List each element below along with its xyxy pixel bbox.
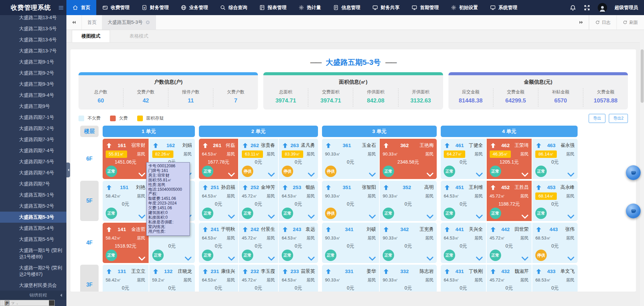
nav-item-8[interactable]: 财务共享: [366, 0, 406, 15]
chevron-down-icon[interactable]: [521, 256, 529, 261]
chevron-down-icon[interactable]: [228, 256, 235, 261]
chevron-down-icon[interactable]: [521, 172, 529, 177]
sidebar-item-7[interactable]: 大盛路三期9-4号: [0, 90, 66, 101]
chevron-down-icon[interactable]: [567, 256, 575, 261]
scrollbar-thumb[interactable]: [641, 49, 644, 103]
sidebar-item-20[interactable]: 大盛路五期5-5号: [0, 234, 66, 245]
chevron-down-icon[interactable]: [138, 256, 146, 261]
chevron-down-icon[interactable]: [308, 214, 315, 219]
unit-cell[interactable]: 252金坤芳45.72㎡居民0元正常: [239, 181, 278, 221]
sidebar-item-6[interactable]: 大盛路三期9-3号: [0, 79, 66, 90]
chevron-down-icon[interactable]: [184, 256, 192, 261]
sidebar-item-21[interactable]: 大盛路一期1号 (荣利达1号楼89): [0, 245, 66, 262]
unit-cell[interactable]: 332陈志岩90.33㎡居民0元: [380, 265, 437, 292]
ime-panel-icon[interactable]: [49, 300, 54, 306]
sidebar-item-5[interactable]: 大盛路三期9-2号: [0, 68, 66, 79]
scrollbar-track[interactable]: [640, 30, 644, 306]
chevron-down-icon[interactable]: [521, 214, 529, 219]
chevron-down-icon[interactable]: [567, 172, 575, 177]
avatar[interactable]: [598, 3, 607, 12]
sidebar-item-14[interactable]: 大盛路四期7-6号: [0, 167, 66, 178]
unit-cell[interactable]: 451王利维64.53㎡居民0元正常: [441, 181, 486, 221]
unit-cell[interactable]: 242付景生45.72㎡居民0元正常: [239, 223, 278, 263]
unit-cell[interactable]: 452王胜昌45.72㎡居民1188.72元正常: [487, 181, 532, 221]
nav-item-4[interactable]: 综合查询: [214, 0, 253, 15]
nav-item-11[interactable]: 系统管理: [484, 0, 523, 15]
sidebar-footer[interactable]: 锦绣前程: [0, 291, 66, 300]
bell-icon[interactable]: [570, 4, 576, 11]
sidebar-item-0[interactable]: 大盛路二期13-4号: [0, 15, 66, 23]
unit-cell[interactable]: 131王立立58.42㎡居民0元: [103, 265, 149, 292]
sidebar-collapse-handle[interactable]: [66, 163, 70, 177]
close-icon[interactable]: [145, 20, 150, 25]
unit-cell[interactable]: 463崔永强86.14㎡居民0元正常: [532, 139, 578, 179]
sidebar-item-15[interactable]: 大盛路四期7号: [0, 178, 66, 189]
unit-cell[interactable]: 231康佳兴64.53㎡居民0元: [199, 265, 238, 292]
sidebar-item-10[interactable]: 大盛路四期7-2号: [0, 123, 66, 134]
export-button-1[interactable]: 导出2: [609, 114, 628, 123]
sidebar-item-23[interactable]: 大溆堡村民委员会: [0, 280, 66, 291]
nav-item-3[interactable]: 业务管理: [175, 0, 214, 15]
unit-cell[interactable]: 433单文飞68.53㎡居民0元: [532, 265, 578, 292]
nav-item-2[interactable]: ¥财务管理: [136, 0, 175, 15]
unit-cell[interactable]: 331姜华90.33㎡居民0元: [322, 265, 379, 292]
unit-cell[interactable]: 251孙启福64.53㎡居民0元正常: [199, 181, 238, 221]
unit-cell[interactable]: 151刘艳58.42㎡居民0元正常: [103, 181, 149, 221]
chevron-down-icon[interactable]: [476, 256, 483, 261]
unit-cell[interactable]: 261何磊64.53㎡居民1677.78元正常: [199, 139, 238, 179]
chevron-down-icon[interactable]: [228, 214, 235, 219]
unit-cell[interactable]: 352高明90.33㎡居民0元正常: [380, 181, 437, 221]
tabs-scroll-left-icon[interactable]: [66, 15, 82, 30]
chevron-down-icon[interactable]: [228, 172, 235, 177]
unit-cell[interactable]: 263孟凡勇83.39㎡居民0元停供: [279, 139, 318, 179]
chevron-down-icon[interactable]: [308, 256, 315, 261]
chevron-down-icon[interactable]: [476, 214, 483, 219]
sidebar-item-12[interactable]: 大盛路四期7-4号: [0, 145, 66, 156]
unit-cell[interactable]: 431丁铁刚64.53㎡居民0元: [441, 265, 486, 292]
fullscreen-icon[interactable]: [584, 4, 590, 11]
chevron-down-icon[interactable]: [369, 214, 376, 219]
chevron-down-icon[interactable]: [369, 172, 376, 177]
chevron-down-icon[interactable]: [268, 214, 275, 219]
floating-action-button-1[interactable]: [626, 165, 641, 180]
nav-item-6[interactable]: 热计量: [292, 0, 327, 15]
log-button[interactable]: 日志: [589, 15, 616, 30]
unit-cell[interactable]: 341刘硕90.33㎡居民0元正常: [322, 223, 379, 263]
sidebar-item-19[interactable]: 大盛路五期5-4号: [0, 223, 66, 234]
sidebar-item-2[interactable]: 大盛路二期13-6号: [0, 34, 66, 45]
ime-pinyin-toggle[interactable]: 拼: [5, 301, 9, 305]
unit-cell[interactable]: 462王荣琦46.35㎡居民1205.1元正常: [487, 139, 532, 179]
unit-cell[interactable]: 141金连哲58.42㎡居民1518.92元正常: [103, 223, 149, 263]
nav-item-7[interactable]: 信息管理: [327, 0, 366, 15]
unit-cell[interactable]: 432魏淑芹45.72㎡居民0元: [487, 265, 532, 292]
export-button-0[interactable]: 导出: [589, 114, 605, 123]
user-name[interactable]: 超级管理员: [614, 5, 638, 11]
unit-cell[interactable]: 241于明秋64.53㎡居民0元正常: [199, 223, 238, 263]
unit-cell[interactable]: 262张贵春63.11㎡居民0元停供: [239, 139, 278, 179]
chevron-down-icon[interactable]: [138, 214, 146, 219]
unit-cell[interactable]: 441关兴全64.53㎡居民0元正常: [441, 223, 486, 263]
sidebar-item-9[interactable]: 大盛路四期7-1号: [0, 112, 66, 123]
sidebar-item-1[interactable]: 大盛路二期13-5号: [0, 23, 66, 34]
hamburger-icon[interactable]: [58, 4, 64, 11]
nav-item-10[interactable]: 初始设置: [445, 0, 484, 15]
chevron-down-icon[interactable]: [369, 256, 376, 261]
tab-0[interactable]: 首页: [82, 15, 102, 30]
ime-bar[interactable]: 拼 ツ 。: [0, 300, 55, 306]
unit-cell[interactable]: 442田世荣45.72㎡居民0元正常: [487, 223, 532, 263]
nav-item-1[interactable]: 收费管理: [96, 0, 136, 15]
chevron-down-icon[interactable]: [567, 214, 575, 219]
ime-drag-handle[interactable]: [1, 301, 4, 305]
sidebar-item-3[interactable]: 大盛路二期13-7号: [0, 45, 66, 56]
sidebar-item-17[interactable]: 大盛路五期5-2号: [0, 201, 66, 212]
mode-tab-1[interactable]: 表格模式: [120, 30, 158, 42]
mode-tab-0[interactable]: 楼图模式: [72, 30, 110, 42]
nav-item-5[interactable]: 报表管理: [253, 0, 292, 15]
unit-cell[interactable]: 233苗景英64.53㎡居民0元: [279, 265, 318, 292]
nav-item-9[interactable]: 首期管理: [406, 0, 445, 15]
unit-cell[interactable]: 461丁健全64.27㎡居民0元正常: [441, 139, 486, 179]
chevron-down-icon[interactable]: [426, 214, 434, 219]
collapse-left-icon[interactable]: [60, 293, 62, 297]
unit-cell[interactable]: 243袁远64.53㎡居民0元正常: [279, 223, 318, 263]
unit-cell[interactable]: 232李玉霞45.72㎡居民0元: [239, 265, 278, 292]
